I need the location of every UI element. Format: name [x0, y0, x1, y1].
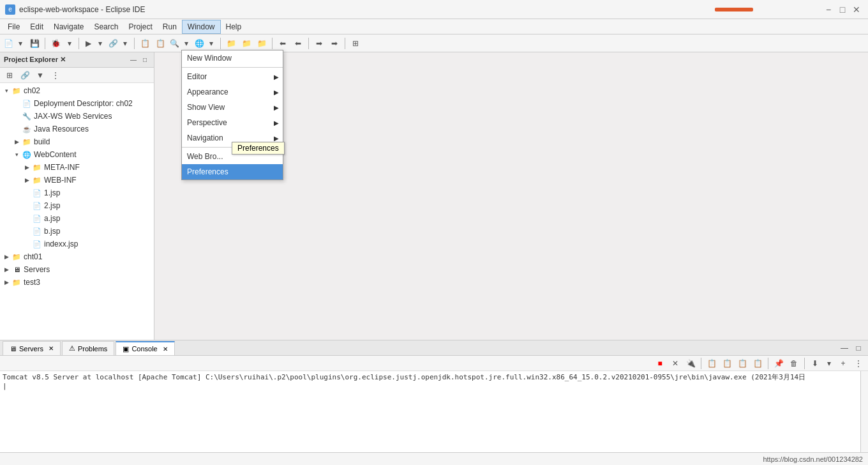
tree-item-cht01[interactable]: ▶ 📁 cht01 — [0, 250, 154, 263]
tree-item-webcontent[interactable]: ▾ 🌐 WebContent — [0, 148, 154, 161]
bottom-toolbar: ■ ✕ 🔌 📋 📋 📋 📋 📌 🗑 ⬇ ▾ + ⋮ — [0, 356, 868, 371]
tb-d1[interactable]: ⬅ — [276, 36, 290, 50]
close-button[interactable]: ✕ — [850, 3, 863, 16]
menu-new-window[interactable]: New Window — [182, 50, 283, 66]
new-button[interactable]: 📄 — [3, 36, 14, 50]
menu-show-view[interactable]: Show View ▶ — [182, 100, 283, 115]
menu-editor[interactable]: Editor ▶ — [182, 69, 283, 84]
tb-btn-a[interactable]: 📋 — [138, 36, 152, 50]
sidebar-minimize-btn[interactable]: — — [128, 55, 138, 65]
save-button[interactable]: 💾 — [27, 36, 41, 50]
menu-perspective[interactable]: Perspective ▶ — [182, 115, 283, 130]
search-btn[interactable]: 🔍 — [168, 36, 180, 50]
tb-e1[interactable]: ➡ — [312, 36, 326, 50]
tb-f1[interactable]: ⊞ — [348, 36, 363, 50]
tree-item-jaxws[interactable]: 🔧 JAX-WS Web Services — [0, 110, 154, 123]
console-viewmenu-btn[interactable]: ⋮ — [851, 356, 865, 370]
tb-c1[interactable]: 📁 — [224, 36, 238, 50]
vertical-scrollbar[interactable] — [860, 371, 868, 457]
menu-help[interactable]: Help — [221, 20, 247, 34]
tab-console-close[interactable]: ✕ — [163, 346, 168, 353]
run-dd[interactable]: ▾ — [94, 36, 106, 50]
submenu-arrow-appearance: ▶ — [274, 89, 279, 96]
expand-ajsp — [23, 215, 31, 222]
tree-item-webinf[interactable]: ▶ 📁 WEB-INF — [0, 174, 154, 187]
tree-item-1jsp[interactable]: 📄 1.jsp — [0, 187, 154, 199]
new-dropdown[interactable]: ▾ — [15, 36, 26, 50]
debug-dd-btn[interactable]: ▾ — [64, 36, 75, 50]
tab-servers-close[interactable]: ✕ — [49, 345, 54, 352]
menu-edit[interactable]: Edit — [25, 20, 49, 34]
metainf-icon: 📁 — [32, 162, 42, 172]
external-dd[interactable]: ▾ — [119, 36, 131, 50]
tb-c2[interactable]: 📁 — [239, 36, 253, 50]
console-btn1[interactable]: 📋 — [705, 356, 719, 370]
tree-item-test3[interactable]: ▶ 📁 test3 — [0, 276, 154, 289]
tb-d2[interactable]: ⬅ — [291, 36, 305, 50]
tree-item-2jsp[interactable]: 📄 2.jsp — [0, 199, 154, 212]
tree-item-metainf[interactable]: ▶ 📁 META-INF — [0, 161, 154, 174]
collapse-all-btn[interactable]: ⊞ — [3, 68, 17, 82]
menu-file[interactable]: File — [3, 20, 25, 34]
tree-item-ajsp[interactable]: 📄 a.jsp — [0, 212, 154, 225]
console-stop-btn[interactable]: ■ — [653, 356, 667, 370]
build-icon: 📁 — [22, 137, 32, 147]
debug-button[interactable]: 🐞 — [49, 36, 63, 50]
tb-c3[interactable]: 📁 — [255, 36, 269, 50]
menu-project[interactable]: Project — [123, 20, 157, 34]
menu-preferences[interactable]: Preferences — [182, 164, 283, 179]
search-dd[interactable]: ▾ — [181, 36, 192, 50]
console-pin-btn[interactable]: 📌 — [772, 356, 786, 370]
sidebar: Project Explorer ✕ — □ ⊞ 🔗 ▼ ⋮ ▾ 📁 ch02 … — [0, 52, 154, 340]
test3-icon: 📁 — [11, 277, 22, 287]
preferences-tooltip: Preferences — [232, 142, 285, 155]
tree-item-dd[interactable]: 📄 Deployment Descriptor: ch02 — [0, 97, 154, 110]
tab-console[interactable]: ▣ Console ✕ — [116, 341, 174, 355]
tree-item-indexxjsp[interactable]: 📄 indexx.jsp — [0, 238, 154, 250]
run-button[interactable]: ▶ — [82, 36, 94, 50]
tree-item-bjsp[interactable]: 📄 b.jsp — [0, 225, 154, 238]
webcontent-icon: 🌐 — [22, 149, 32, 160]
bottom-panel-maximize[interactable]: □ — [851, 341, 865, 355]
minimize-button[interactable]: − — [822, 3, 835, 16]
tree-item-servers[interactable]: ▶ 🖥 Servers — [0, 263, 154, 276]
menu-window[interactable]: Window — [182, 20, 221, 34]
menu-sep1 — [182, 67, 283, 68]
tb6[interactable]: 🌐 — [193, 36, 205, 50]
tb6-dd[interactable]: ▾ — [206, 36, 217, 50]
console-newconsole-btn[interactable]: + — [836, 356, 850, 370]
console-btn2[interactable]: 📋 — [720, 356, 734, 370]
menu-appearance[interactable]: Appearance ▶ — [182, 84, 283, 100]
external-btn[interactable]: 🔗 — [107, 36, 119, 50]
restore-button[interactable]: □ — [836, 3, 849, 16]
sidebar-maximize-btn[interactable]: □ — [140, 55, 150, 65]
tree-label-dd: Deployment Descriptor: ch02 — [34, 99, 133, 108]
view-menu-btn[interactable]: ⋮ — [49, 68, 63, 82]
tree-item-build[interactable]: ▶ 📁 build — [0, 135, 154, 148]
console-terminate-btn[interactable]: ✕ — [668, 356, 682, 370]
filter-btn[interactable]: ▼ — [33, 68, 47, 82]
tree-label-build: build — [34, 137, 50, 146]
tree-item-ch02[interactable]: ▾ 📁 ch02 — [0, 84, 154, 97]
tab-console-icon: ▣ — [123, 345, 129, 353]
title-bar-left: e eclispe-web-workspace - Eclipse IDE — [5, 4, 145, 15]
console-btn4[interactable]: 📋 — [751, 356, 765, 370]
tb-btn-b[interactable]: 📋 — [153, 36, 167, 50]
menu-navigate[interactable]: Navigate — [49, 20, 89, 34]
tb-e2[interactable]: ➡ — [327, 36, 341, 50]
tree-label-1jsp: 1.jsp — [44, 188, 60, 197]
console-disconnect-btn[interactable]: 🔌 — [684, 356, 698, 370]
tab-console-label: Console — [131, 345, 157, 353]
tab-servers[interactable]: 🖥 Servers ✕ — [3, 341, 61, 355]
window-title: eclispe-web-workspace - Eclipse IDE — [19, 5, 145, 14]
tab-problems[interactable]: ⚠ Problems — [62, 341, 114, 355]
console-scroll-btn[interactable]: ⬇ — [808, 356, 822, 370]
console-btn3[interactable]: 📋 — [735, 356, 749, 370]
menu-search[interactable]: Search — [89, 20, 123, 34]
menu-run[interactable]: Run — [158, 20, 182, 34]
console-dd-btn[interactable]: ▾ — [823, 356, 835, 370]
bottom-panel-minimize[interactable]: — — [837, 341, 851, 355]
tree-item-java-res[interactable]: ☕ Java Resources — [0, 123, 154, 135]
console-clear-btn[interactable]: 🗑 — [787, 356, 801, 370]
link-editor-btn[interactable]: 🔗 — [18, 68, 32, 82]
